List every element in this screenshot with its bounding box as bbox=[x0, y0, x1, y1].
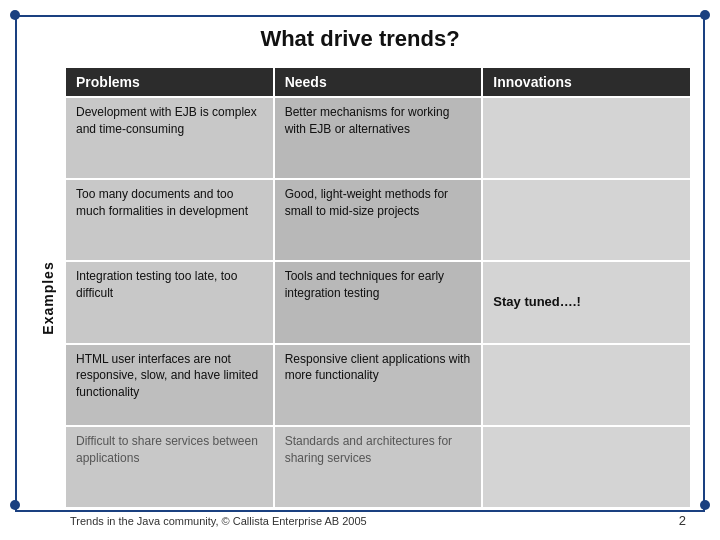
row1-innovations bbox=[483, 98, 690, 178]
row3-innovations: Stay tuned….! bbox=[483, 262, 690, 342]
header-problems: Problems bbox=[66, 68, 273, 96]
examples-label-container: Examples bbox=[30, 68, 66, 528]
header-innovations: Innovations bbox=[483, 68, 690, 96]
row5-innovations bbox=[483, 427, 690, 507]
row3-problems: Integration testing too late, too diffic… bbox=[66, 262, 273, 342]
slide: What drive trends? Examples Problems Nee… bbox=[0, 0, 720, 540]
table-row: Too many documents and too much formalit… bbox=[66, 180, 690, 260]
corner-dot-tr bbox=[700, 10, 710, 20]
content-area: Examples Problems Needs Innovations Deve… bbox=[30, 68, 690, 528]
table-wrapper: Problems Needs Innovations Development w… bbox=[66, 68, 690, 507]
footer-left: Trends in the Java community, © Callista… bbox=[70, 515, 367, 527]
row2-needs: Good, light-weight methods for small to … bbox=[275, 180, 482, 260]
table-row: Development with EJB is complex and time… bbox=[66, 98, 690, 178]
row3-needs: Tools and techniques for early integrati… bbox=[275, 262, 482, 342]
row2-problems: Too many documents and too much formalit… bbox=[66, 180, 273, 260]
row5-problems: Difficult to share services between appl… bbox=[66, 427, 273, 507]
row4-problems: HTML user interfaces are not responsive,… bbox=[66, 345, 273, 425]
footer-page-number: 2 bbox=[679, 513, 686, 528]
table-area: Problems Needs Innovations Development w… bbox=[66, 68, 690, 528]
row5-needs: Standards and architectures for sharing … bbox=[275, 427, 482, 507]
footer: Trends in the Java community, © Callista… bbox=[66, 513, 690, 528]
header-needs: Needs bbox=[275, 68, 482, 96]
table-header: Problems Needs Innovations bbox=[66, 68, 690, 96]
slide-title: What drive trends? bbox=[30, 26, 690, 52]
corner-dot-tl bbox=[10, 10, 20, 20]
title-area: What drive trends? bbox=[30, 26, 690, 52]
corner-dot-bl bbox=[10, 500, 20, 510]
row1-needs: Better mechanisms for working with EJB o… bbox=[275, 98, 482, 178]
row4-needs: Responsive client applications with more… bbox=[275, 345, 482, 425]
row1-problems: Development with EJB is complex and time… bbox=[66, 98, 273, 178]
corner-dot-br bbox=[700, 500, 710, 510]
table-body: Development with EJB is complex and time… bbox=[66, 98, 690, 507]
row4-innovations bbox=[483, 345, 690, 425]
table-row: Difficult to share services between appl… bbox=[66, 427, 690, 507]
examples-label: Examples bbox=[40, 261, 56, 334]
table-row: Integration testing too late, too diffic… bbox=[66, 262, 690, 342]
table-row: HTML user interfaces are not responsive,… bbox=[66, 345, 690, 425]
row2-innovations bbox=[483, 180, 690, 260]
